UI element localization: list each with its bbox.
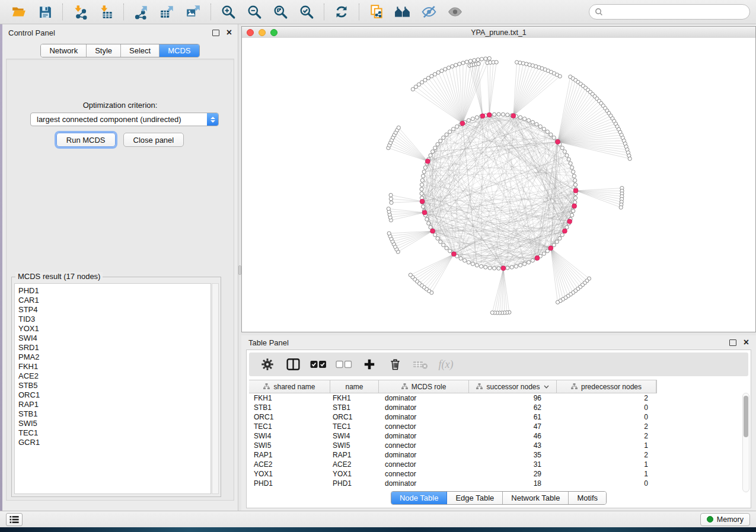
float-table-panel-button[interactable] — [729, 339, 736, 346]
table-row[interactable]: YOX1YOX1connector291 — [249, 469, 748, 479]
mcds-result-item[interactable]: STB5 — [18, 381, 210, 390]
run-mcds-button[interactable]: Run MCDS — [56, 133, 116, 147]
mcds-result-item[interactable]: CAR1 — [18, 296, 210, 305]
table-row[interactable]: TEC1TEC1connector472 — [249, 422, 748, 431]
close-icon: × — [744, 338, 749, 347]
delete-column-button[interactable] — [385, 355, 405, 374]
show-columns-button[interactable] — [283, 355, 303, 374]
attribute-icon — [476, 383, 483, 390]
cell-shared-name: SWI5 — [249, 441, 330, 450]
mcds-result-groupbox: MCDS result (17 nodes) PHD1CAR1STP4TID3Y… — [11, 277, 221, 497]
export-image-button[interactable] — [180, 1, 206, 23]
mcds-result-item[interactable]: SRD1 — [18, 343, 210, 352]
optimization-criterion-select[interactable]: largest connected component (undirected) — [30, 113, 219, 126]
close-panel-action-button[interactable]: Close panel — [123, 133, 184, 147]
cell-successors: 61 — [469, 413, 557, 421]
table-row[interactable]: PHD1PHD1dominator180 — [249, 479, 748, 488]
float-icon — [729, 339, 736, 346]
table-row[interactable]: ACE2ACE2connector311 — [249, 460, 748, 469]
mcds-list-scrollbar[interactable] — [212, 283, 219, 494]
zoom-in-button[interactable] — [215, 1, 241, 23]
export-network-button[interactable] — [128, 1, 154, 23]
tab-select[interactable]: Select — [121, 44, 160, 57]
float-panel-button[interactable] — [212, 30, 219, 36]
table-panel: Table Panel × f(x) sh — [241, 335, 756, 511]
mcds-result-item[interactable]: PHD1 — [18, 286, 210, 296]
zoom-selected-button[interactable] — [294, 1, 320, 23]
import-network-button[interactable] — [67, 1, 93, 23]
table-settings-button[interactable] — [257, 355, 277, 374]
mcds-result-item[interactable]: YOX1 — [18, 324, 210, 334]
table-row[interactable]: STB1STB1dominator620 — [249, 403, 748, 412]
create-column-button[interactable] — [359, 355, 379, 374]
column-header-mcds-role[interactable]: MCDS role — [379, 380, 469, 393]
scrollbar-thumb[interactable] — [744, 396, 748, 437]
deselect-all-rows-button[interactable] — [334, 355, 354, 374]
table-row[interactable]: FKH1FKH1dominator962 — [249, 393, 748, 403]
cell-role: connector — [379, 470, 469, 478]
delete-table-button[interactable] — [410, 355, 430, 374]
table-row[interactable]: RAP1RAP1dominator352 — [249, 450, 748, 460]
export-table-button[interactable] — [154, 1, 180, 23]
table-row[interactable]: SWI4SWI4dominator462 — [249, 431, 748, 441]
network-window-titlebar[interactable]: YPA_prune.txt_1 — [242, 27, 755, 39]
network-view-window: YPA_prune.txt_1 — [241, 26, 756, 332]
apply-function-button[interactable]: f(x) — [436, 355, 456, 374]
table-toolbar: f(x) — [249, 352, 748, 376]
tab-edge-table[interactable]: Edge Table — [447, 492, 503, 504]
import-table-button[interactable] — [93, 1, 119, 23]
mcds-result-item[interactable]: FKH1 — [18, 362, 210, 371]
cell-role: dominator — [379, 479, 469, 488]
show-panels-list-button[interactable] — [6, 513, 23, 526]
table-row[interactable]: ORC1ORC1dominator610 — [249, 412, 748, 422]
search-icon — [595, 8, 603, 16]
apply-layout-button[interactable] — [328, 1, 355, 23]
open-file-button[interactable] — [6, 1, 32, 23]
tab-mcds[interactable]: MCDS — [160, 44, 199, 57]
column-header-successor-nodes[interactable]: successor nodes — [469, 380, 557, 393]
search-input[interactable] — [606, 7, 744, 17]
tab-motifs[interactable]: Motifs — [569, 492, 606, 504]
cell-name: RAP1 — [330, 451, 379, 459]
memory-button[interactable]: Memory — [700, 513, 750, 526]
tab-style[interactable]: Style — [87, 44, 121, 57]
save-session-button[interactable] — [32, 1, 58, 23]
mcds-result-item[interactable]: SWI4 — [18, 334, 210, 343]
tab-node-table[interactable]: Node Table — [391, 492, 448, 504]
neighbor-houses-icon — [394, 4, 411, 20]
network-view-canvas[interactable] — [242, 38, 755, 332]
hide-selected-button[interactable] — [416, 1, 442, 23]
import-table-icon — [98, 4, 114, 20]
mcds-result-item[interactable]: TID3 — [18, 315, 210, 324]
mcds-result-item[interactable]: PMA2 — [18, 352, 210, 362]
mcds-result-item[interactable]: STP4 — [18, 305, 210, 315]
close-panel-button[interactable]: × — [219, 28, 232, 37]
tab-network-table[interactable]: Network Table — [503, 492, 569, 504]
mcds-result-item[interactable]: ORC1 — [18, 390, 210, 400]
mcds-result-item[interactable]: ACE2 — [18, 371, 210, 381]
show-all-button[interactable] — [442, 1, 468, 23]
cell-role: connector — [379, 441, 469, 450]
tab-network[interactable]: Network — [41, 44, 87, 57]
column-header-name[interactable]: name — [330, 380, 379, 393]
column-header-shared-name[interactable]: shared name — [249, 380, 330, 393]
table-row[interactable]: SWI5SWI5connector431 — [249, 441, 748, 450]
column-header-predecessor-nodes[interactable]: predecessor nodes — [557, 380, 656, 393]
cell-name: TEC1 — [330, 422, 379, 431]
zoom-out-button[interactable] — [241, 1, 267, 23]
new-network-from-selection-button[interactable] — [363, 1, 390, 23]
mcds-result-item[interactable]: GCR1 — [18, 438, 210, 447]
table-scrollbar[interactable] — [742, 393, 749, 492]
close-table-panel-button[interactable]: × — [736, 338, 749, 347]
select-all-rows-button[interactable] — [308, 355, 328, 374]
mcds-result-item[interactable]: SWI5 — [18, 419, 210, 428]
mcds-result-item[interactable]: TEC1 — [18, 428, 210, 438]
mcds-result-item[interactable]: STB1 — [18, 409, 210, 419]
mcds-result-item[interactable]: RAP1 — [18, 400, 210, 409]
delete-table-icon — [413, 359, 428, 370]
attribute-icon — [401, 383, 408, 390]
search-field[interactable] — [589, 4, 750, 20]
workspace-area: YPA_prune.txt_1 Table Panel × — [241, 24, 756, 511]
zoom-fit-button[interactable] — [267, 1, 294, 23]
first-neighbors-button[interactable] — [390, 1, 416, 23]
